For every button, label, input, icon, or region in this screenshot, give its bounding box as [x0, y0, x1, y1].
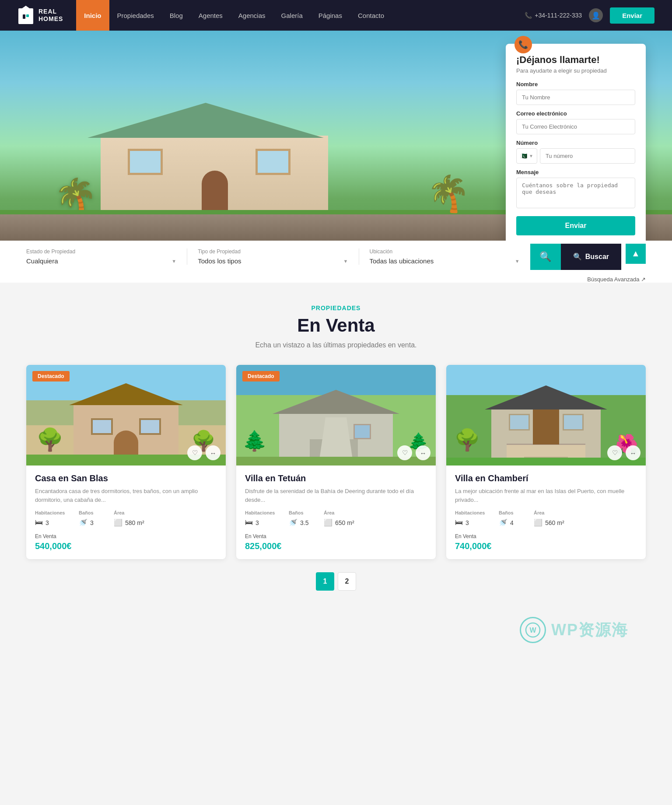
specs-3: 🛏 3 🚿 4 ⬜ 560 m² [455, 518, 637, 527]
tipo-value: Todos los tipos [198, 257, 241, 265]
compare-button-1[interactable]: ↔ [206, 445, 220, 460]
card-win-l-3 [509, 414, 530, 430]
nav-propiedades[interactable]: Propiedades [109, 0, 162, 31]
nav-agentes[interactable]: Agentes [191, 0, 231, 31]
card-title-2[interactable]: Villa en Tetuán [245, 473, 427, 483]
bed-icon-3: 🛏 [455, 518, 463, 527]
search-bar: Estado de Propiedad Cualquiera ▼ Tipo de… [0, 241, 672, 273]
card-win-2 [354, 424, 371, 439]
page-button-2[interactable]: 2 [338, 572, 356, 591]
estado-value: Cualquiera [26, 257, 58, 265]
card-actions-1: ♡ ↔ [187, 445, 220, 460]
tipo-label: Tipo de Propiedad [198, 248, 348, 255]
compare-button-3[interactable]: ↔ [626, 445, 640, 460]
nav-phone: 📞 +34-111-222-333 [525, 12, 582, 19]
card-title-1[interactable]: Casa en San Blas [35, 473, 217, 483]
form-submit-button[interactable]: Enviar [516, 216, 635, 235]
section-eyebrow: Propiedades [26, 304, 646, 312]
message-textarea[interactable] [516, 178, 635, 208]
tipo-chevron: ▼ [343, 259, 348, 264]
logo-icon [18, 5, 34, 26]
bath-icon-3: 🚿 [499, 518, 508, 527]
up-arrow-icon: ▲ [631, 248, 640, 259]
card-body-1: Casa en San Blas Encantadora casa de tre… [26, 466, 226, 559]
search-label: Buscar [585, 253, 609, 261]
brand-name-line2: HOMES [38, 15, 63, 23]
rooms-spec-1: 🛏 3 [35, 518, 70, 527]
country-flag: 🇵🇰 [520, 153, 527, 159]
bath-icon-1: 🚿 [79, 518, 88, 527]
ubicacion-select[interactable]: Todas las ubicaciones ▼ [370, 257, 520, 265]
house-window-r [256, 149, 290, 175]
properties-section: Propiedades En Venta Echa un vistazo a l… [0, 283, 672, 665]
ubicacion-label: Ubicación [370, 248, 520, 255]
estado-select[interactable]: Cualquiera ▼ [26, 257, 176, 265]
card-roof-3 [485, 385, 607, 410]
dropdown-chevron: ▼ [529, 154, 533, 158]
nav-blog[interactable]: Blog [162, 0, 191, 31]
search-field-tipo: Tipo de Propiedad Todos los tipos ▼ [198, 248, 359, 265]
card-win-r-1 [139, 418, 161, 435]
phone-row: 🇵🇰 ▼ [516, 148, 635, 164]
house-roof [88, 103, 324, 138]
phone-icon: 📞 [525, 12, 532, 19]
nav-paginas[interactable]: Páginas [311, 0, 350, 31]
baths-label-3: Baños [499, 510, 525, 515]
favorite-button-2[interactable]: ♡ [397, 445, 412, 460]
rooms-label-1: Habitaciones [35, 510, 70, 515]
area-icon-1: ⬜ [114, 518, 122, 527]
specs-1: 🛏 3 🚿 3 ⬜ 580 m² [35, 518, 217, 527]
house-window-l [128, 149, 163, 175]
tipo-select[interactable]: Todos los tipos ▼ [198, 257, 348, 265]
baths-val-2: 3.5 [300, 519, 308, 526]
badge-2: Destacado [242, 371, 280, 382]
favorite-button-3[interactable]: ♡ [607, 445, 622, 460]
card-image-wrap-3: 🌳 🌺 ♡ ↔ [446, 365, 646, 466]
nav-inicio[interactable]: Inicio [76, 0, 109, 31]
baths-spec-2: 🚿 3.5 [289, 518, 315, 527]
house-door [202, 171, 228, 214]
nav-agencias[interactable]: Agencias [231, 0, 273, 31]
name-input[interactable] [516, 90, 635, 105]
card-door-3 [533, 410, 559, 444]
svg-text:W: W [529, 626, 536, 634]
nav-links: Inicio Propiedades Blog Agentes Agencias… [76, 0, 525, 31]
nav-contacto[interactable]: Contacto [350, 0, 392, 31]
compare-button-2[interactable]: ↔ [416, 445, 430, 460]
ubicacion-value: Todas las ubicaciones [370, 257, 434, 265]
hero-section: 🌴 🌴 🌴 🌴 🌴 🌴 📞 ¡Déjanos llamarte! Para ay… [0, 31, 672, 241]
country-selector[interactable]: 🇵🇰 ▼ [516, 148, 537, 164]
rooms-val-3: 3 [466, 519, 469, 526]
card-tree-3: 🌲 [242, 429, 267, 452]
baths-label-1: Baños [79, 510, 105, 515]
logo[interactable]: REAL HOMES [18, 5, 63, 26]
navbar: REAL HOMES Inicio Propiedades Blog Agent… [0, 0, 672, 31]
navbar-send-button[interactable]: Enviar [610, 7, 654, 24]
estado-label: Estado de Propiedad [26, 248, 176, 255]
scroll-top-button[interactable]: ▲ [626, 244, 646, 264]
card-win-l-1 [91, 418, 113, 435]
user-avatar[interactable]: 👤 [589, 8, 603, 22]
section-subtitle: Echa un vistazo a las últimas propiedade… [26, 341, 646, 349]
card-desc-2: Disfrute de la serenidad de la Bahía de … [245, 487, 427, 504]
search-field-estado: Estado de Propiedad Cualquiera ▼ [26, 248, 187, 265]
nav-galeria[interactable]: Galería [273, 0, 311, 31]
specs-labels-3: Habitaciones Baños Área [455, 510, 637, 515]
card-tree-1: 🌳 [36, 427, 63, 452]
rooms-val-2: 3 [256, 519, 259, 526]
search-icon-button[interactable]: 🔍 [530, 244, 561, 270]
card-tree-5: 🌳 [454, 428, 480, 452]
search-text-button[interactable]: 🔍 Buscar [561, 244, 621, 270]
page-button-1[interactable]: 1 [316, 572, 334, 591]
message-label: Mensaje [516, 169, 635, 175]
specs-labels-2: Habitaciones Baños Área [245, 510, 427, 515]
baths-spec-3: 🚿 4 [499, 518, 525, 527]
phone-input[interactable] [540, 148, 635, 164]
advanced-search-link[interactable]: Búsqueda Avanzada [0, 273, 672, 283]
price-2: 825,000€ [245, 541, 427, 551]
favorite-button-1[interactable]: ♡ [187, 445, 202, 460]
area-val-3: 560 m² [545, 519, 564, 526]
email-input[interactable] [516, 119, 635, 134]
card-title-3[interactable]: Villa en Chamberí [455, 473, 637, 483]
card-image-wrap-2: 🌲 🌲 Destacado ♡ ↔ [236, 365, 436, 466]
